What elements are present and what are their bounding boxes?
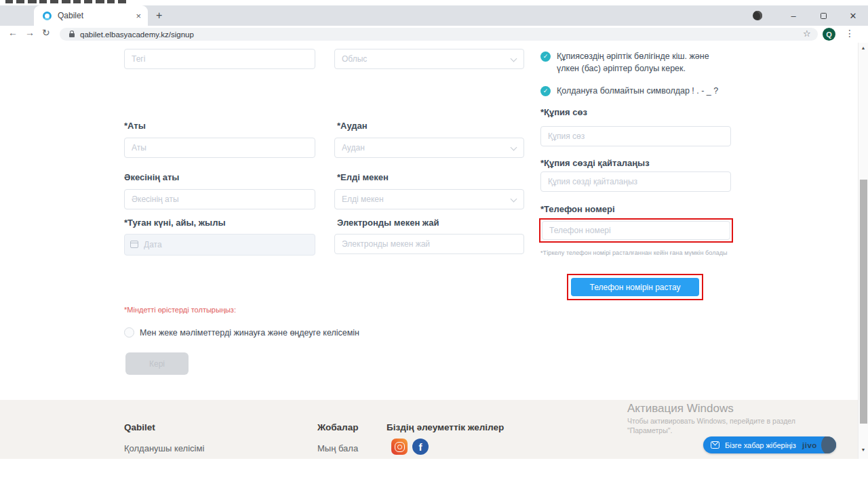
footer-social-title: Біздің әлеуметтік желілер [387,422,504,432]
chat-widget[interactable]: Бізге хабар жіберіңіз jivo [703,436,836,453]
new-tab-button[interactable]: + [156,8,162,23]
chat-widget-label: Бізге хабар жіберіңіз [725,441,836,449]
password-rule-1: ✓ Құпиясөздің әріптік бөлігінде кіш. жән… [540,51,730,75]
confirm-phone-button[interactable]: Телефон номірін растау [571,278,699,296]
check-icon: ✓ [540,52,551,62]
scroll-up-icon[interactable]: ▲ [859,45,868,50]
email-label: Электронды мекен жай [337,218,439,228]
birthdate-field[interactable] [124,234,315,256]
firstname-field[interactable] [124,138,315,158]
screenshot-root: Qabilet × + – ✕ ← → ↻ qabilet.elbasyacad… [0,0,868,488]
calendar-icon [130,241,138,248]
scrollbar-thumb[interactable] [860,180,867,424]
settlement-label: *Елді мекен [337,172,389,182]
email-input[interactable] [334,234,524,254]
password-field[interactable] [540,126,731,146]
back-button[interactable]: Кері [125,352,189,375]
bookmark-star-icon[interactable]: ☆ [803,28,811,39]
windows-activation-line1: Чтобы активировать Windows, перейдите в … [627,417,795,425]
footer-projects-title: Жобалар [317,422,358,432]
scroll-down-icon[interactable]: ▼ [859,447,868,452]
signup-page: *Аты Әкесінің аты *Туған күні, айы, жылы… [0,43,868,459]
firstname-label: *Аты [124,121,146,131]
back-icon[interactable]: ← [8,27,18,38]
password-rule-2-text: Қолдануға болмайтын символдар ! . - _ ? [557,85,718,98]
page-scrollbar[interactable]: ▲ ▼ [858,43,868,459]
recording-indicator-icon [753,11,762,20]
phone-input[interactable] [542,221,730,240]
password-label: *Құпия сөз [540,107,587,117]
instagram-icon[interactable] [391,439,408,455]
maximize-icon [821,13,827,19]
consent-checkbox[interactable] [124,327,134,338]
qabilet-favicon-icon [43,12,52,20]
close-button[interactable]: ✕ [838,11,868,21]
region-select[interactable] [334,49,524,69]
password-rule-2: ✓ Қолдануға болмайтын символдар ! . - _ … [540,85,730,98]
settlement-select[interactable] [334,189,524,209]
check-icon: ✓ [540,86,551,96]
district-input[interactable] [334,138,524,158]
password-rule-1-text: Құпиясөздің әріптік бөлігінде кіш. және … [557,51,730,75]
firstname-input[interactable] [124,138,315,158]
browser-tab[interactable]: Qabilet × [34,5,148,26]
windows-activation-line2: "Параметры". [627,426,672,434]
patronymic-field[interactable] [124,189,315,209]
district-select[interactable] [334,138,524,158]
browser-menu-icon[interactable]: ⋮ [845,28,854,39]
password-repeat-input[interactable] [540,171,731,192]
window-controls: – ✕ [753,5,868,26]
tab-strip: Qabilet × + – ✕ [0,5,868,26]
email-field[interactable] [334,234,524,254]
footer-user-agreement-link[interactable]: Қолданушы келісімі [124,443,204,453]
windows-activation-title: Активация Windows [627,402,734,415]
jivo-logo: jivo [802,441,817,449]
facebook-icon[interactable]: f [412,439,429,455]
maximize-button[interactable] [808,11,838,21]
password-repeat-field[interactable] [540,171,731,192]
footer-myn-bala-link[interactable]: Мың бала [317,443,358,453]
password-input[interactable] [540,126,731,146]
confirm-annotation-box: Телефон номірін растау [567,274,703,300]
settlement-input[interactable] [334,189,524,209]
phone-annotation-box [539,218,733,243]
patronymic-input[interactable] [124,189,315,209]
lastname-field[interactable] [124,49,315,69]
profile-avatar[interactable]: Q [823,28,835,41]
phone-note: *Тіркелу телефон номірі расталғаннан кей… [540,249,728,256]
reload-icon[interactable]: ↻ [42,27,50,38]
address-bar[interactable]: qabilet.elbasyacademy.kz/signup [60,28,818,41]
phone-label: *Телефон номері [540,204,615,214]
url-text: qabilet.elbasyacademy.kz/signup [80,30,194,39]
tab-close-icon[interactable]: × [134,11,142,21]
browser-toolbar: ← → ↻ qabilet.elbasyacademy.kz/signup ☆ … [0,26,868,43]
minimize-button[interactable]: – [778,11,808,21]
footer-brand-title: Qabilet [124,422,155,432]
patronymic-label: Әкесінің аты [124,172,179,182]
region-input[interactable] [334,49,524,69]
birthdate-input[interactable] [124,234,315,256]
district-label: *Аудан [337,121,368,131]
lock-icon [69,33,75,37]
cropped-text-artifact [5,0,129,3]
forward-icon[interactable]: → [25,27,35,38]
envelope-icon [711,441,719,449]
lastname-input[interactable] [124,49,315,69]
consent-label: Мен жеке мәліметтерді жинауға және өңдеу… [140,328,359,338]
password-repeat-label: *Құпия сөзді қайталаңыз [540,158,650,168]
tab-title: Qabilet [58,11,134,20]
required-fields-note: *Міндетті өрістерді толтырыңыз: [124,306,236,314]
birthdate-label: *Туған күні, айы, жылы [124,218,226,228]
